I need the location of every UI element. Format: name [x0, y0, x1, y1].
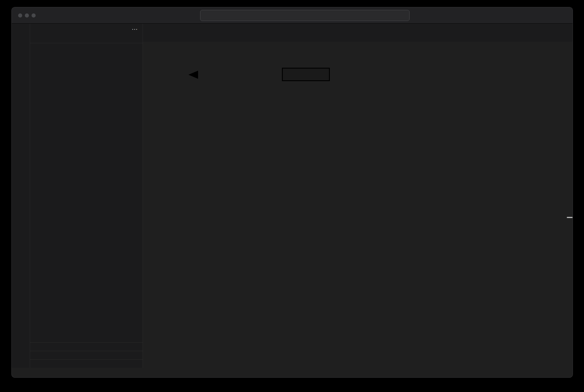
chevron-right-icon [32, 353, 37, 358]
section-open-editors[interactable] [30, 35, 143, 43]
insert-here-annotation [282, 68, 330, 81]
customize-layout-icon[interactable] [561, 12, 567, 19]
section-timeline[interactable] [30, 351, 143, 359]
chevron-down-icon [32, 45, 37, 50]
more-actions-icon[interactable]: ⋯ [132, 26, 138, 33]
chevron-right-icon [32, 345, 37, 349]
chevron-down-icon [32, 37, 37, 41]
status-bar [12, 368, 573, 377]
toggle-sidebar-icon[interactable] [523, 12, 530, 19]
scrollbar-thumb[interactable] [567, 217, 573, 218]
back-arrow-icon[interactable] [177, 12, 183, 19]
toggle-secondary-sidebar-icon[interactable] [548, 12, 555, 19]
traffic-lights [18, 13, 36, 18]
explorer-sidebar: ⋯ [30, 24, 143, 368]
code-editor[interactable] [143, 50, 573, 368]
close-window-button[interactable] [18, 13, 22, 18]
search-icon [301, 13, 306, 18]
title-bar [12, 7, 573, 24]
chevron-right-icon [32, 362, 37, 366]
toggle-panel-icon[interactable] [536, 12, 542, 19]
annotation-arrowhead [188, 71, 198, 79]
command-center-search[interactable] [200, 10, 410, 21]
breadcrumb [143, 42, 573, 50]
section-dependencies[interactable] [30, 359, 143, 368]
tab-bar [143, 24, 573, 42]
layout-controls [523, 12, 567, 19]
sidebar-title-row: ⋯ [30, 24, 143, 35]
history-nav [177, 12, 195, 19]
editor-group [143, 24, 573, 368]
forward-arrow-icon[interactable] [188, 12, 195, 19]
annotation-arrow [197, 74, 282, 76]
section-outline[interactable] [30, 342, 143, 351]
vscode-window: ⋯ [12, 7, 573, 377]
activity-bar [12, 24, 30, 368]
minimize-window-button[interactable] [25, 13, 29, 18]
section-project[interactable] [30, 43, 143, 51]
zoom-window-button[interactable] [32, 13, 36, 18]
